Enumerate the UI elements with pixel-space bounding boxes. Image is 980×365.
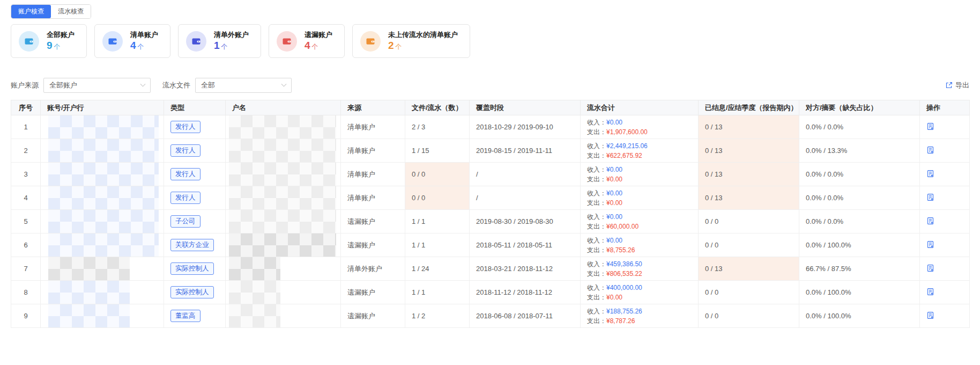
account-bank-cell: [41, 210, 164, 233]
flow-detail-icon[interactable]: [926, 264, 934, 272]
card-count: 1个: [214, 40, 249, 52]
chevron-down-icon: [140, 81, 146, 86]
interest-cell: 0 / 0: [699, 210, 799, 233]
expense-value: ¥0.00: [606, 294, 622, 301]
account-bank-cell: [41, 186, 164, 210]
operation-cell: [920, 210, 970, 233]
flow-detail-icon[interactable]: [926, 146, 934, 154]
holder-name-cell: [226, 186, 341, 210]
holder-name-cell: [226, 233, 341, 257]
wallet-icon: [102, 31, 123, 52]
income-value: ¥2,449,215.06: [606, 142, 648, 150]
table-body: 1 发行人 清单账户 2 / 3 2018-10-29 / 2019-09-10…: [11, 115, 970, 328]
flow-detail-icon[interactable]: [926, 240, 934, 249]
expense-value: ¥8,787.26: [606, 317, 635, 325]
wallet-icon: [277, 31, 297, 52]
redacted-account-number: [48, 233, 159, 257]
interest-cell: 0 / 13: [699, 115, 799, 139]
type-tag: 发行人: [170, 144, 201, 157]
card-all-accounts[interactable]: 全部账户 9个: [11, 24, 87, 58]
counterparty-ratio-cell: 66.7% / 87.5%: [799, 257, 920, 281]
redacted-account-number: [48, 210, 159, 233]
flow-detail-icon[interactable]: [926, 170, 934, 178]
income-value: ¥0.00: [606, 189, 622, 197]
card-title: 全部账户: [47, 30, 75, 40]
flow-detail-icon[interactable]: [926, 217, 934, 225]
period-cell: 2019-08-15 / 2019-11-11: [470, 139, 581, 163]
source-cell: 清单外账户: [341, 257, 405, 281]
table-row: 8 实际控制人 遗漏账户 1 / 1 2018-11-12 / 2018-11-…: [11, 281, 970, 304]
period-cell: 2018-05-11 / 2018-05-11: [470, 233, 581, 257]
card-title: 遗漏账户: [305, 30, 332, 40]
export-button[interactable]: 导出: [945, 81, 969, 90]
redacted-holder-name: [229, 257, 280, 280]
interest-cell: 0 / 0: [699, 281, 799, 304]
files-cell: 1 / 1: [405, 281, 470, 304]
table-row: 6 关联方企业 遗漏账户 1 / 1 2018-05-11 / 2018-05-…: [11, 233, 970, 257]
type-cell: 发行人: [164, 115, 226, 139]
tab-flow-check[interactable]: 流水核查: [51, 5, 91, 18]
source-cell: 清单账户: [341, 115, 405, 139]
flow-total-cell: 收入：¥188,755.26 支出：¥8,787.26: [581, 304, 699, 328]
expense-value: ¥622,675.92: [606, 152, 642, 159]
period-cell: /: [470, 163, 581, 186]
account-bank-cell: [41, 304, 164, 328]
files-cell: 1 / 1: [405, 210, 470, 233]
redacted-holder-name: [229, 210, 336, 233]
flow-detail-icon[interactable]: [926, 122, 934, 130]
type-tag: 子公司: [170, 215, 201, 228]
row-index: 4: [11, 186, 41, 210]
account-source-select[interactable]: 全部账户: [43, 78, 151, 93]
wallet-icon: [360, 31, 381, 52]
counterparty-ratio-cell: 0.0% / 0.0%: [799, 186, 920, 210]
row-index: 9: [11, 304, 41, 328]
flow-detail-icon[interactable]: [926, 288, 934, 296]
counterparty-ratio-cell: 0.0% / 100.0%: [799, 304, 920, 328]
redacted-holder-name: [229, 163, 336, 186]
card-no-flow-list-accounts[interactable]: 未上传流水的清单账户 2个: [352, 24, 470, 58]
row-index: 7: [11, 257, 41, 281]
row-index: 2: [11, 139, 41, 163]
view-tabs: 账户核查 流水核查: [11, 4, 91, 19]
col-flow-total: 流水合计: [581, 100, 699, 115]
income-value: ¥0.00: [606, 119, 622, 126]
type-cell: 发行人: [164, 186, 226, 210]
expense-value: ¥806,535.22: [606, 270, 642, 278]
card-off-list-accounts[interactable]: 清单外账户 1个: [178, 24, 261, 58]
flow-total-cell: 收入：¥400,000.00 支出：¥0.00: [581, 281, 699, 304]
counterparty-ratio-cell: 0.0% / 100.0%: [799, 281, 920, 304]
card-count: 4个: [130, 40, 158, 52]
card-missed-accounts[interactable]: 遗漏账户 4个: [269, 24, 345, 58]
flow-detail-icon[interactable]: [926, 193, 934, 201]
redacted-account-number: [48, 281, 130, 304]
col-counterparty: 对方/摘要（缺失占比）: [799, 100, 920, 115]
files-cell: 2 / 3: [405, 115, 470, 139]
flow-total-cell: 收入：¥459,386.50 支出：¥806,535.22: [581, 257, 699, 281]
income-value: ¥0.00: [606, 213, 622, 221]
period-cell: 2019-08-30 / 2019-08-30: [470, 210, 581, 233]
redacted-account-number: [48, 139, 159, 162]
redacted-holder-name: [229, 233, 336, 257]
type-tag: 发行人: [170, 168, 201, 180]
account-bank-cell: [41, 139, 164, 163]
source-cell: 遗漏账户: [341, 210, 405, 233]
row-index: 8: [11, 281, 41, 304]
type-cell: 实际控制人: [164, 281, 226, 304]
operation-cell: [920, 186, 970, 210]
tab-account-check[interactable]: 账户核查: [11, 5, 51, 18]
account-bank-cell: [41, 257, 164, 281]
counterparty-ratio-cell: 0.0% / 0.0%: [799, 163, 920, 186]
card-list-accounts[interactable]: 清单账户 4个: [94, 24, 170, 58]
type-cell: 发行人: [164, 139, 226, 163]
holder-name-cell: [226, 115, 341, 139]
account-check-page: 账户核查 流水核查 全部账户 9个 清单账户 4个: [0, 0, 980, 328]
flow-file-select[interactable]: 全部: [195, 78, 292, 93]
card-title: 清单账户: [130, 30, 158, 40]
flow-detail-icon[interactable]: [926, 311, 934, 319]
interest-cell: 0 / 0: [699, 304, 799, 328]
source-cell: 遗漏账户: [341, 281, 405, 304]
row-index: 5: [11, 210, 41, 233]
type-tag: 发行人: [170, 192, 201, 204]
counterparty-ratio-cell: 0.0% / 13.3%: [799, 139, 920, 163]
export-icon: [945, 82, 953, 89]
